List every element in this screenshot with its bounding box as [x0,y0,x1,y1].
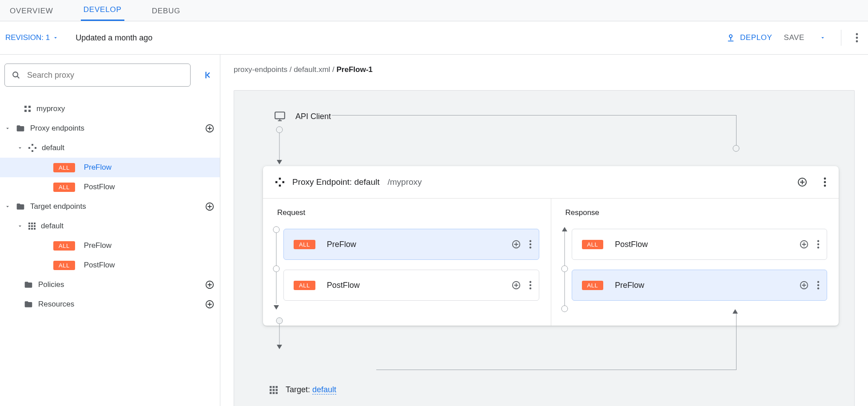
timeline-up-icon [560,226,569,315]
grid-icon [28,223,36,230]
add-step-button[interactable] [511,239,521,249]
add-circle-icon [799,280,809,290]
chevron-down-icon [17,223,23,229]
tree-label: default [41,222,215,231]
breadcrumb-sep: / [287,65,294,74]
arrow-up-icon [731,308,740,326]
tab-develop[interactable]: DEVELOP [81,5,124,21]
chevron-down-icon [4,125,11,131]
flow-item-response-postflow[interactable]: ALL PostFlow [572,229,828,260]
add-resource-button[interactable] [205,299,215,309]
svg-point-47 [529,281,531,283]
flow-menu-button[interactable] [529,240,532,249]
svg-rect-68 [276,389,278,391]
svg-rect-7 [28,106,31,108]
add-circle-icon [797,177,808,187]
add-target-endpoint-button[interactable] [205,202,215,211]
add-circle-icon [205,280,215,290]
add-step-button[interactable] [799,239,809,249]
request-column: Request ALL PreFlow [263,199,551,326]
flow-menu-button[interactable] [817,281,820,290]
card-menu-button[interactable] [824,177,826,187]
tree-item-proxy-default[interactable]: default [0,138,220,158]
tree-label: PreFlow [84,163,215,172]
flow-item-response-preflow[interactable]: ALL PreFlow [572,270,828,301]
save-split-button[interactable] [816,33,829,43]
deploy-label: DEPLOY [740,33,772,42]
card-path: /myproxy [387,177,422,187]
tree-item-proxy-postflow[interactable]: ALL PostFlow [0,177,220,197]
chevron-down-icon [4,203,11,210]
svg-point-41 [273,266,279,272]
connector-line [376,370,737,370]
add-flow-button[interactable] [797,177,808,187]
deploy-button[interactable]: DEPLOY [726,33,772,43]
tree-item-proxy[interactable]: myproxy [0,99,220,119]
collapse-sidebar-button[interactable] [202,68,215,82]
flow-item-request-postflow[interactable]: ALL PostFlow [283,270,539,301]
tree-item-target-default[interactable]: default [0,216,220,236]
svg-rect-19 [28,225,30,227]
tree-label: myproxy [36,104,215,113]
svg-rect-9 [28,110,31,112]
target-link[interactable]: default [312,385,336,394]
caret-down-icon [52,35,59,41]
add-proxy-endpoint-button[interactable] [205,123,215,133]
save-button[interactable]: SAVE [784,33,805,42]
svg-point-38 [824,185,826,187]
svg-rect-64 [273,386,275,388]
arrow-down-icon [275,317,284,353]
tree-label: PostFlow [84,183,215,191]
target-label: Target: [286,385,312,394]
svg-rect-66 [270,389,272,391]
svg-rect-71 [276,392,278,394]
breadcrumb-segment[interactable]: proxy-endpoints [234,65,287,74]
folder-icon [24,280,33,289]
tab-overview[interactable]: OVERVIEW [7,7,56,21]
tab-debug[interactable]: DEBUG [149,7,183,21]
tree-item-target-preflow[interactable]: ALL PreFlow [0,236,220,255]
tree-group-resources[interactable]: Resources [0,295,220,314]
svg-rect-63 [270,386,272,388]
add-circle-icon [799,239,809,249]
revision-label: REVISION: 1 [5,33,50,42]
tree-group-target-endpoints[interactable]: Target endpoints [0,197,220,216]
svg-rect-24 [34,228,36,230]
tree-group-proxy-endpoints[interactable]: Proxy endpoints [0,119,220,138]
svg-rect-33 [283,181,284,183]
tree-group-policies[interactable]: Policies [0,275,220,295]
revision-dropdown[interactable]: REVISION: 1 [5,33,59,42]
search-input[interactable] [26,70,184,80]
svg-point-51 [561,266,568,272]
svg-rect-14 [32,150,33,152]
svg-rect-21 [34,225,36,227]
top-tabs: OVERVIEW DEVELOP DEBUG [0,0,868,21]
tree-label: default [42,143,215,152]
caret-down-icon [820,35,826,41]
flow-name: PreFlow [615,281,644,290]
tree-label: Policies [38,280,199,289]
search-box[interactable] [4,64,191,87]
tree-item-target-postflow[interactable]: ALL PostFlow [0,255,220,275]
add-step-button[interactable] [799,280,809,290]
svg-rect-16 [28,223,30,224]
kebab-icon [529,281,532,290]
revision-bar: REVISION: 1 Updated a month ago DEPLOY S… [0,21,868,55]
tree-label: Proxy endpoints [30,124,199,133]
svg-rect-22 [28,228,30,230]
connector-line [736,115,737,148]
svg-point-36 [824,178,826,180]
add-policy-button[interactable] [205,280,215,290]
svg-point-4 [13,72,18,77]
flow-menu-button[interactable] [529,281,532,290]
tree-item-proxy-preflow[interactable]: ALL PreFlow [0,158,220,177]
add-circle-icon [205,123,215,133]
breadcrumb: proxy-endpoints / default.xml / PreFlow-… [220,55,868,74]
flow-item-request-preflow[interactable]: ALL PreFlow [283,229,539,260]
flow-menu-button[interactable] [817,240,820,249]
method-badge: ALL [582,281,604,290]
overflow-menu-button[interactable] [853,31,861,44]
grid-icon [270,386,278,394]
breadcrumb-segment[interactable]: default.xml [294,65,330,74]
add-step-button[interactable] [511,280,521,290]
